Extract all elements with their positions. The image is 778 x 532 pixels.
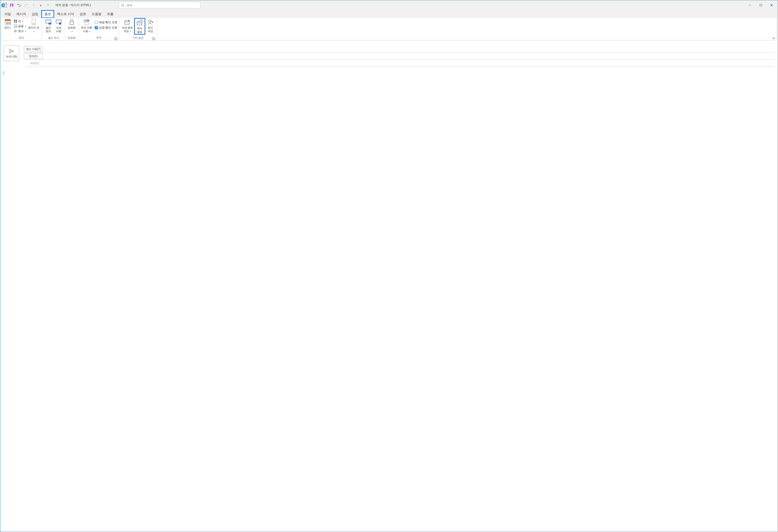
close-button[interactable] (766, 1, 777, 9)
to-row: 받는 사람(T) (24, 46, 774, 53)
group-more-options: 보낸 항목 저장 ▾ 예약 발송 (119, 18, 157, 40)
chevron-down-icon: ▾ (89, 30, 90, 32)
effects-icon (14, 29, 17, 33)
from-button[interactable]: 보낸 사람 (54, 18, 64, 33)
fonts-label: 글꼴 (18, 24, 24, 28)
svg-line-7 (124, 6, 124, 7)
delivery-receipt-input[interactable] (95, 21, 98, 24)
svg-rect-30 (70, 22, 74, 24)
group-tracking: 투표 버튼 사용 ▾ 배달 확인 요청 읽음 확인 요청 추적 (78, 18, 119, 40)
voting-button[interactable]: 투표 버튼 사용 ▾ (80, 18, 93, 33)
qat-customize-button[interactable] (45, 2, 51, 8)
group-encrypt-label: 암호화 (67, 36, 77, 40)
svg-point-29 (59, 22, 61, 25)
svg-rect-31 (84, 19, 86, 21)
chevron-down-icon: ▾ (25, 30, 26, 32)
effects-label: 효과 (18, 29, 24, 33)
svg-rect-22 (32, 24, 35, 25)
read-receipt-label: 읽음 확인 요청 (99, 26, 118, 30)
fonts-button[interactable]: 가 글꼴▾ (13, 24, 27, 28)
chevron-down-icon: ▾ (22, 20, 23, 22)
tab-options[interactable]: 옵션 (41, 10, 54, 18)
chevron-down-icon: ▾ (10, 27, 11, 29)
cc-button[interactable]: 참조(C) (24, 53, 43, 59)
tab-insert[interactable]: 삽입 (29, 11, 41, 17)
svg-text:가: 가 (14, 25, 17, 28)
save-sent-icon (124, 18, 131, 26)
encrypt-button[interactable]: 암호화▾ (67, 18, 77, 33)
colors-button[interactable]: 색▾ (13, 19, 27, 24)
direct-replies-icon (147, 18, 154, 26)
delay-delivery-label: 예약 발송 (137, 27, 142, 33)
tab-file[interactable]: 파일 (2, 11, 13, 17)
search-icon (121, 4, 125, 7)
redo-button[interactable] (23, 2, 29, 8)
voting-icon (83, 18, 90, 26)
ribbon: 가가 테마▾ 색▾ (1, 18, 777, 40)
subject-row: 제목(U) (24, 60, 774, 67)
tab-totle[interactable]: 토틀 (104, 11, 116, 17)
prev-item-button[interactable] (30, 2, 37, 8)
chevron-down-icon: ▾ (33, 30, 34, 32)
svg-rect-33 (85, 22, 88, 25)
tab-help[interactable]: 도움말 (89, 11, 104, 17)
themes-label: 테마 (4, 26, 10, 29)
svg-point-38 (149, 20, 151, 22)
save-sent-label: 보낸 항목 저장 (122, 26, 133, 33)
delivery-receipt-checkbox[interactable]: 배달 확인 요청 (94, 20, 118, 25)
page-color-button[interactable]: 페이지 색▾ (27, 18, 41, 33)
colors-icon (14, 19, 17, 23)
group-encrypt: 암호화▾ 암호화 (65, 18, 78, 40)
from-label: 보낸 사람 (56, 26, 61, 33)
themes-button[interactable]: 가가 테마▾ (3, 18, 13, 30)
svg-rect-9 (760, 4, 762, 6)
cc-input[interactable] (45, 55, 774, 58)
tab-format-text[interactable]: 텍스트 서식 (55, 11, 77, 17)
minimize-button[interactable] (745, 1, 756, 9)
themes-icon: 가가 (4, 18, 11, 26)
subject-input[interactable] (42, 62, 774, 65)
delay-delivery-icon (136, 19, 143, 26)
tracking-dialog-launcher[interactable] (114, 37, 118, 40)
read-receipt-input[interactable] (95, 26, 98, 29)
send-button[interactable]: 보내기(S) (4, 46, 19, 61)
group-fields-label: 필드 표시 (43, 36, 64, 40)
page-color-label: 페이지 색 (28, 26, 39, 29)
text-cursor (4, 71, 4, 75)
group-show-fields: 숨은 참조 보낸 사람 필드 표시 (42, 18, 65, 40)
bcc-button[interactable]: 숨은 참조 (43, 18, 54, 33)
group-theme: 가가 테마▾ 색▾ (1, 18, 42, 40)
more-options-dialog-launcher[interactable] (152, 37, 155, 40)
svg-text:가가: 가가 (6, 22, 11, 25)
ribbon-collapse-button[interactable] (772, 37, 775, 39)
message-body[interactable] (4, 71, 774, 157)
send-label: 보내기(S) (6, 55, 17, 59)
to-button[interactable]: 받는 사람(T) (24, 46, 43, 52)
qat: 제목 없음 - 메시지 (HTML) (1, 2, 91, 8)
tab-message[interactable]: 메시지 (14, 11, 29, 17)
window-title: 제목 없음 - 메시지 (HTML) (55, 3, 91, 7)
effects-button[interactable]: 효과▾ (13, 29, 27, 33)
save-sent-button[interactable]: 보낸 항목 저장 ▾ (121, 18, 134, 33)
svg-rect-5 (11, 5, 13, 6)
page-color-icon (30, 18, 37, 26)
subject-label: 제목(U) (24, 62, 39, 65)
direct-replies-button[interactable]: 회신 대상 (145, 18, 156, 33)
search-box[interactable] (119, 2, 201, 9)
next-item-button[interactable] (37, 2, 44, 8)
save-button[interactable] (8, 2, 15, 8)
read-receipt-checkbox[interactable]: 읽음 확인 요청 (94, 25, 118, 30)
group-theme-label: 테마 (3, 36, 41, 40)
delay-delivery-button[interactable]: 예약 발송 (134, 18, 145, 34)
to-input[interactable] (46, 48, 774, 51)
maximize-button[interactable] (756, 1, 766, 9)
search-input[interactable] (127, 4, 198, 7)
bcc-icon (45, 18, 52, 26)
svg-rect-15 (14, 21, 15, 23)
undo-button[interactable] (16, 2, 22, 8)
svg-rect-14 (16, 20, 17, 21)
send-icon (9, 48, 14, 54)
chevron-down-icon: ▾ (72, 30, 73, 32)
chevron-down-icon: ▾ (25, 25, 26, 27)
tab-review[interactable]: 검토 (77, 11, 89, 17)
